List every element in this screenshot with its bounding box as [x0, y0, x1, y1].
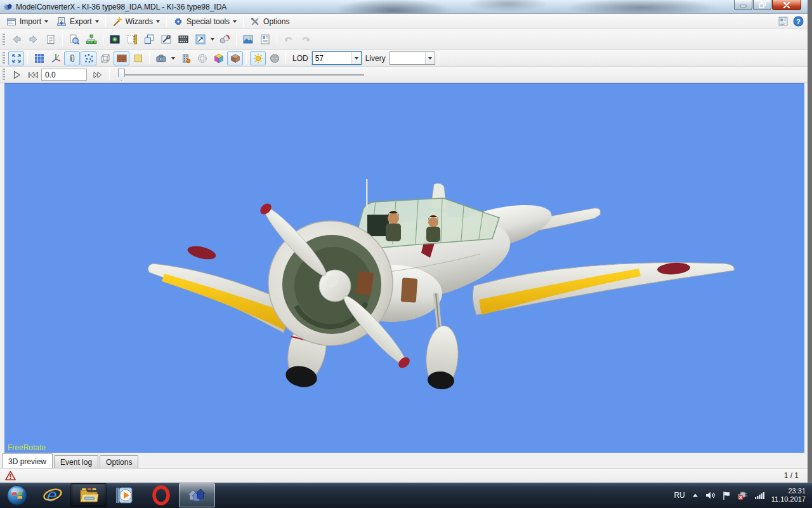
livery-input[interactable] [390, 52, 425, 64]
lod-dropdown-button[interactable] [351, 52, 361, 64]
warning-icon[interactable] [5, 471, 16, 481]
grid-button[interactable] [31, 51, 47, 65]
slider-track[interactable] [118, 74, 364, 76]
livery-label: Livery [362, 54, 389, 63]
animation-time-input[interactable] [41, 69, 87, 81]
app-window: ModelConverterX - KI-36 type98_IDA.MDL -… [0, 0, 812, 483]
menu-special-tools[interactable]: Special tools [169, 15, 240, 28]
folder-explorer-icon [79, 485, 99, 505]
wireframe-button[interactable] [97, 51, 113, 65]
modelconverterx-icon [3, 2, 13, 11]
preview-search-button[interactable] [66, 32, 82, 47]
point-cloud-button[interactable] [81, 51, 96, 65]
scenery-button[interactable] [178, 51, 193, 65]
minimize-button[interactable] [734, 0, 752, 10]
model-info-button[interactable] [257, 32, 273, 47]
livery-dropdown-button[interactable] [425, 52, 435, 64]
lod-input[interactable] [313, 52, 351, 64]
tab-label: Options [106, 458, 132, 467]
flag-icon[interactable] [722, 491, 731, 500]
internet-explorer-icon: e [43, 485, 63, 505]
sun-light-button[interactable] [250, 51, 266, 65]
menu-options-label: Options [263, 17, 289, 26]
clock[interactable]: 23:31 11.10.2017 [771, 487, 806, 504]
material-editor-button[interactable] [158, 32, 174, 47]
scale-model-button[interactable] [192, 32, 209, 47]
tab-options[interactable]: Options [100, 455, 138, 468]
show-hidden-icon[interactable] [691, 492, 699, 498]
menu-special-tools-label: Special tools [187, 17, 230, 26]
menu-import[interactable]: Import [3, 15, 52, 28]
toolbar-grip[interactable] [3, 52, 5, 64]
rewind-button[interactable] [25, 68, 41, 82]
slider-thumb[interactable] [118, 69, 125, 81]
back-button[interactable] [8, 32, 25, 47]
forward-button[interactable] [25, 32, 42, 47]
menu-export[interactable]: Export [53, 15, 103, 28]
animation-editor-button[interactable] [175, 32, 192, 47]
texture-icon [116, 53, 128, 64]
import-icon [6, 17, 16, 27]
ground-box-button[interactable] [227, 51, 243, 65]
textured-view-button[interactable] [114, 51, 129, 65]
animation-film-icon [178, 34, 189, 45]
texture-preview-button[interactable] [240, 32, 256, 47]
livery-combobox[interactable] [390, 51, 435, 65]
event-log-button[interactable] [43, 32, 59, 47]
taskbar-media-player[interactable] [107, 483, 143, 508]
tab-3d-preview[interactable]: 3D preview [2, 453, 53, 468]
language-indicator[interactable]: RU [674, 491, 684, 500]
chevron-down-icon[interactable] [211, 38, 214, 41]
fuselage-hatch [401, 277, 418, 303]
clock-date: 11.10.2017 [771, 495, 806, 504]
chevron-down-icon[interactable] [171, 57, 175, 60]
help-icon[interactable]: ? [793, 16, 804, 27]
viewport-container: FreeRotate [0, 83, 808, 453]
animation-slider[interactable] [118, 68, 364, 81]
taskbar-windows-explorer[interactable] [70, 483, 107, 507]
3d-viewport[interactable]: FreeRotate [4, 83, 804, 453]
forward-icon [28, 34, 39, 45]
menu-wizards[interactable]: Wizards [108, 15, 164, 28]
colored-cube-button[interactable] [211, 51, 226, 65]
axes-button[interactable] [48, 51, 63, 65]
copy-button[interactable] [141, 32, 157, 47]
report-icon[interactable] [778, 16, 789, 27]
earth-button[interactable] [266, 51, 282, 65]
undo-button[interactable] [280, 32, 297, 47]
screenshot-button[interactable] [153, 51, 169, 65]
aircraft-model[interactable] [4, 84, 804, 453]
wireframe-sphere-button[interactable] [194, 51, 210, 65]
fit-view-button[interactable] [8, 51, 24, 65]
fast-forward-button[interactable] [90, 68, 106, 82]
lod-label: LOD [289, 54, 311, 63]
taskbar-opera[interactable] [143, 483, 179, 508]
close-button[interactable] [772, 0, 801, 10]
network-signal-icon[interactable] [754, 491, 765, 500]
hierarchy-button[interactable] [83, 32, 100, 47]
polygon-button[interactable] [130, 51, 146, 65]
attach-points-button[interactable] [64, 51, 80, 65]
tab-event-log[interactable]: Event log [54, 455, 98, 468]
toolbar-grip[interactable] [3, 69, 5, 81]
power-plug-error-icon[interactable] [737, 490, 748, 500]
merge-objects-button[interactable] [216, 32, 233, 47]
start-button[interactable] [0, 483, 34, 508]
taskbar-modelconverterx[interactable] [179, 483, 215, 507]
taskbar-internet-explorer[interactable]: e [34, 483, 70, 508]
windows-start-icon [6, 485, 28, 506]
redo-button[interactable] [298, 32, 314, 47]
menu-wizards-label: Wizards [126, 17, 153, 26]
toolbar-grip[interactable] [3, 34, 5, 46]
undo-icon [283, 34, 294, 45]
measure-button[interactable] [124, 32, 140, 47]
restore-button[interactable] [753, 0, 771, 10]
speaker-icon[interactable] [705, 491, 716, 500]
play-button[interactable] [8, 68, 24, 82]
pilot [386, 211, 401, 241]
menu-options[interactable]: Options [246, 15, 293, 28]
image-settings-button[interactable] [107, 32, 123, 47]
title-bar[interactable]: ModelConverterX - KI-36 type98_IDA.MDL -… [0, 0, 808, 14]
lod-combobox[interactable] [312, 51, 362, 65]
merge-objects-icon [219, 34, 230, 45]
